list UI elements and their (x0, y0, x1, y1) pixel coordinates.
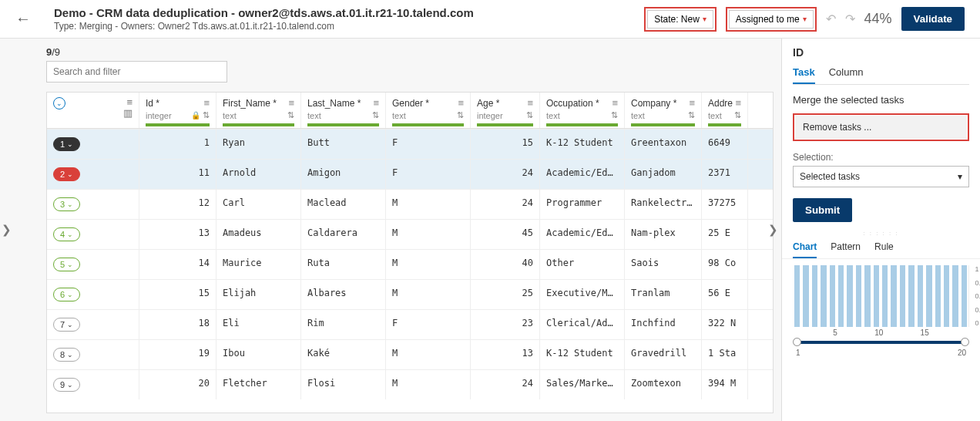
tab-chart[interactable]: Chart (793, 241, 817, 258)
state-dropdown[interactable]: State: New▾ (647, 10, 713, 29)
table-row[interactable]: 6 ⌄15ElijahAlbaresM25Executive/Man...Tra… (47, 279, 773, 309)
sort-icon[interactable]: ⇅ (734, 110, 741, 120)
cell-address: 98 Co (702, 250, 748, 279)
cell-first-name: Eli (216, 310, 301, 339)
tab-pattern[interactable]: Pattern (831, 241, 861, 258)
chevron-down-icon: ▾ (703, 15, 706, 23)
column-menu-icon[interactable]: ≡ (288, 97, 294, 109)
table-row[interactable]: 8 ⌄19IbouKakéM13K-12 StudentGravedrill1 … (47, 339, 773, 369)
column-header[interactable]: Id *≡integer🔒 ⇅ (139, 93, 216, 128)
validate-button[interactable]: Validate (901, 7, 965, 31)
y-tick: 0 (975, 319, 980, 327)
row-badge-cell: 6 ⌄ (47, 280, 139, 309)
group-badge[interactable]: 2 ⌄ (53, 167, 80, 181)
cell-id: 18 (139, 310, 216, 339)
chart-bar (918, 265, 923, 327)
back-icon[interactable]: ← (15, 10, 31, 28)
cell-company: Gravedrill (625, 340, 702, 369)
quality-bar (546, 123, 618, 126)
column-header[interactable]: First_Name *≡text⇅ (216, 93, 301, 128)
chevron-down-icon: ▾ (958, 171, 962, 182)
chart-bar (891, 265, 896, 327)
grid-icon[interactable]: ▥ (123, 107, 133, 119)
lock-icon: 🔒 (191, 111, 200, 120)
chart-bar (935, 265, 941, 327)
table-row[interactable]: 2 ⌄11ArnoldAmigonF24Academic/Educ...Ganj… (47, 159, 773, 189)
group-badge[interactable]: 5 ⌄ (53, 258, 80, 271)
tab-rule[interactable]: Rule (874, 241, 894, 258)
row-badge-cell: 2 ⌄ (47, 160, 139, 189)
column-menu-icon[interactable]: ≡ (203, 97, 210, 109)
tab-task[interactable]: Task (793, 66, 815, 84)
table-row[interactable]: 9 ⌄20FletcherFlosiM24Sales/MarketingZoom… (47, 369, 773, 399)
resize-handle[interactable]: : : : : : : (782, 230, 980, 237)
group-badge[interactable]: 4 ⌄ (53, 227, 80, 241)
column-menu-icon[interactable]: ≡ (689, 97, 695, 109)
table-row[interactable]: 3 ⌄12CarlMacleadM24ProgrammerRankelectro… (47, 189, 773, 219)
column-header[interactable]: Last_Name *≡text⇅ (301, 93, 386, 128)
group-badge[interactable]: 1 ⌄ (53, 137, 80, 151)
cell-gender: M (386, 280, 471, 309)
tab-column[interactable]: Column (829, 66, 864, 84)
group-badge[interactable]: 6 ⌄ (53, 288, 80, 301)
search-input[interactable] (46, 61, 227, 83)
chevron-down-icon: ⌄ (67, 231, 73, 238)
sort-icon[interactable]: ⇅ (688, 110, 695, 120)
cell-last-name: Flosi (301, 370, 386, 399)
table-row[interactable]: 5 ⌄14MauriceRutaM40OtherSaois98 Co (47, 249, 773, 279)
column-header[interactable]: Gender *≡text⇅ (386, 93, 471, 128)
column-menu-icon[interactable]: ≡ (458, 97, 464, 109)
chevron-down-icon: ⌄ (67, 351, 73, 359)
sort-icon[interactable]: ⇅ (287, 110, 294, 120)
group-badge[interactable]: 7 ⌄ (53, 318, 80, 332)
table-row[interactable]: 4 ⌄13AmadeusCaldareraM45Academic/Educ...… (47, 219, 773, 249)
assigned-dropdown[interactable]: Assigned to me▾ (729, 10, 814, 29)
menu-icon[interactable]: ≡ (126, 96, 133, 108)
cell-age: 13 (471, 340, 540, 369)
side-title: ID (793, 46, 969, 59)
redo-icon[interactable]: ↷ (845, 12, 855, 26)
cell-company: Nam-plex (625, 220, 702, 249)
column-header[interactable]: Addre≡text⇅ (702, 93, 748, 128)
sort-icon[interactable]: ⇅ (457, 110, 464, 120)
sort-icon[interactable]: ⇅ (203, 110, 210, 120)
page-subtitle: Type: Merging - Owners: Owner2 Tds.aws.a… (54, 21, 474, 32)
cell-id: 14 (139, 250, 216, 279)
sort-icon[interactable]: ⇅ (372, 110, 379, 120)
cell-last-name: Butt (301, 130, 386, 159)
chevron-down-icon: ⌄ (67, 381, 73, 389)
table-row[interactable]: 7 ⌄18EliRimF23Clerical/AdminInchfind322 … (47, 309, 773, 339)
undo-icon[interactable]: ↶ (826, 12, 836, 26)
quality-bar (146, 123, 210, 126)
cell-age: 23 (471, 310, 540, 339)
column-menu-icon[interactable]: ≡ (612, 97, 618, 109)
remove-tasks-action[interactable]: Remove tasks ... (795, 116, 967, 139)
chart-bar (908, 265, 914, 327)
column-menu-icon[interactable]: ≡ (735, 97, 741, 109)
expand-left-icon[interactable]: ❯ (2, 223, 12, 237)
selection-dropdown[interactable]: Selected tasks▾ (793, 166, 969, 187)
range-slider[interactable]: 51015 120 (793, 338, 969, 345)
group-badge[interactable]: 8 ⌄ (53, 348, 80, 362)
collapse-all-icon[interactable]: ⌄ (53, 97, 65, 109)
column-menu-icon[interactable]: ≡ (527, 97, 533, 109)
column-header[interactable]: Occupation *≡text⇅ (540, 93, 625, 128)
submit-button[interactable]: Submit (793, 198, 852, 222)
chevron-down-icon: ⌄ (67, 321, 73, 328)
cell-last-name: Caldarera (301, 220, 386, 249)
chart-bar (838, 265, 844, 327)
cell-age: 40 (471, 250, 540, 279)
sort-icon[interactable]: ⇅ (611, 110, 618, 120)
group-badge[interactable]: 3 ⌄ (53, 197, 80, 211)
y-tick: 0.75 (975, 279, 980, 287)
column-header[interactable]: Age *≡integer⇅ (471, 93, 540, 128)
sort-icon[interactable]: ⇅ (526, 110, 533, 120)
table-row[interactable]: 1 ⌄1RyanButtF15K-12 StudentGreentaxon664… (47, 129, 773, 159)
cell-first-name: Carl (216, 190, 301, 219)
group-badge[interactable]: 9 ⌄ (53, 378, 80, 392)
row-badge-cell: 9 ⌄ (47, 370, 139, 399)
column-menu-icon[interactable]: ≡ (373, 97, 379, 109)
cell-first-name: Arnold (216, 160, 301, 189)
column-header[interactable]: Company *≡text⇅ (625, 93, 702, 128)
expand-right-icon[interactable]: ❯ (768, 223, 778, 237)
